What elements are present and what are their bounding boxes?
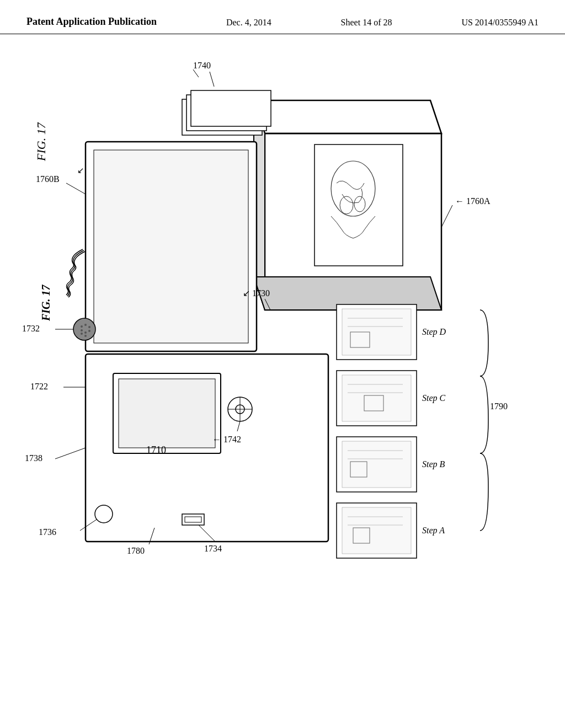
label-step-D: Step D bbox=[422, 327, 446, 337]
label-1736: 1736 bbox=[39, 527, 56, 537]
step-A: Step A bbox=[337, 503, 445, 558]
svg-rect-4 bbox=[315, 144, 403, 266]
label-1740: 1740 bbox=[193, 61, 211, 70]
label-1760A: ← 1760A bbox=[455, 196, 491, 206]
step-D: Step D bbox=[337, 304, 446, 360]
svg-rect-51 bbox=[342, 375, 411, 421]
label-group-1738: 1738 bbox=[25, 448, 86, 463]
svg-point-27 bbox=[73, 318, 95, 340]
svg-text:FIG. 17: FIG. 17 bbox=[40, 285, 52, 322]
step-B: Step B bbox=[337, 437, 445, 492]
page-stack-1740: 1740 bbox=[182, 61, 271, 135]
svg-line-37 bbox=[55, 448, 86, 459]
svg-point-6 bbox=[340, 196, 353, 214]
label-1790: 1790 bbox=[490, 402, 508, 411]
svg-rect-56 bbox=[342, 441, 411, 488]
svg-point-34 bbox=[81, 333, 83, 335]
drawing-area: FIG. 17 ← 1760A bbox=[0, 34, 565, 718]
label-1710: 1710 bbox=[146, 445, 166, 456]
svg-point-32 bbox=[84, 331, 87, 334]
sheet-info: Sheet 14 of 28 bbox=[341, 15, 392, 28]
label-1734: 1734 bbox=[204, 544, 222, 553]
svg-rect-11 bbox=[191, 90, 271, 126]
label-1722: 1722 bbox=[30, 382, 48, 391]
cables bbox=[66, 249, 85, 297]
patent-number: US 2014/0355949 A1 bbox=[461, 15, 539, 28]
label-step-C: Step C bbox=[422, 393, 446, 403]
panel-1760A: ← 1760A bbox=[254, 100, 491, 310]
svg-line-13 bbox=[193, 69, 199, 77]
svg-line-16 bbox=[66, 183, 86, 194]
svg-rect-20 bbox=[119, 379, 215, 448]
label-1732: 1732 bbox=[22, 324, 40, 333]
label-step-A: Step A bbox=[422, 526, 445, 536]
svg-point-29 bbox=[84, 324, 87, 326]
label-step-B: Step B bbox=[422, 459, 445, 469]
label-1780: 1780 bbox=[127, 546, 145, 555]
patent-figure: FIG. 17 ← 1760A bbox=[0, 34, 565, 718]
ball-1732: 1732 bbox=[22, 318, 95, 340]
page-header: Patent Application Publication Dec. 4, 2… bbox=[0, 0, 565, 34]
svg-point-33 bbox=[88, 330, 90, 332]
label-1742: ← 1742 bbox=[212, 435, 241, 444]
svg-point-35 bbox=[84, 335, 87, 337]
label-1730: ↙ 1730 bbox=[243, 288, 270, 298]
publication-date: Dec. 4, 2014 bbox=[226, 15, 271, 28]
svg-rect-15 bbox=[94, 150, 248, 343]
publication-title: Patent Application Publication bbox=[26, 15, 157, 28]
panel-1760B: 1760B ↙ bbox=[36, 142, 257, 351]
svg-point-30 bbox=[88, 326, 90, 328]
figure-label: FIG. 17 bbox=[34, 122, 48, 162]
svg-rect-40 bbox=[182, 514, 204, 525]
svg-line-8 bbox=[441, 205, 452, 227]
label-1760B-arrow: ↙ bbox=[77, 166, 84, 175]
main-device-1722: 1722 1710 ← 1742 bbox=[30, 354, 328, 542]
svg-rect-61 bbox=[342, 507, 411, 554]
svg-point-31 bbox=[81, 329, 83, 331]
svg-point-5 bbox=[331, 161, 375, 216]
figure-title: FIG. 17 bbox=[40, 285, 52, 322]
steps-group-1790: 1790 Step D Step C bbox=[337, 304, 508, 558]
svg-point-28 bbox=[81, 325, 83, 328]
svg-point-7 bbox=[354, 196, 365, 212]
svg-marker-0 bbox=[254, 100, 441, 133]
label-1760B: 1760B bbox=[36, 174, 60, 184]
step-C: Step C bbox=[337, 371, 446, 426]
label-1738: 1738 bbox=[25, 453, 42, 463]
svg-line-12 bbox=[210, 72, 214, 87]
